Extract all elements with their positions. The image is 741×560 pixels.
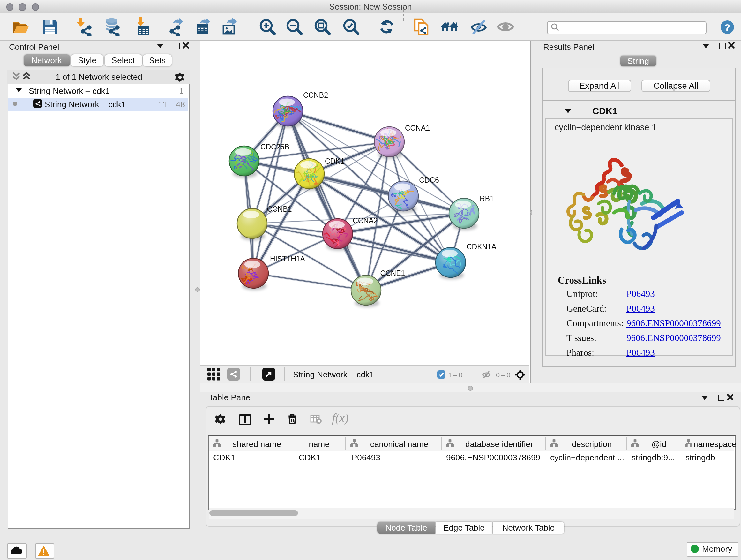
svg-text:CDK1: CDK1: [325, 157, 344, 165]
svg-text:CCNB1: CCNB1: [267, 205, 292, 213]
svg-text:CDC6: CDC6: [419, 176, 439, 184]
svg-text:CCNB2: CCNB2: [303, 91, 328, 99]
svg-text:CCNE1: CCNE1: [380, 269, 405, 277]
svg-text:CCNA1: CCNA1: [405, 124, 430, 132]
svg-text:CDC25B: CDC25B: [260, 143, 289, 151]
svg-text:CDKN1A: CDKN1A: [467, 243, 496, 251]
svg-text:CCNA2: CCNA2: [353, 216, 378, 225]
svg-text:RB1: RB1: [480, 194, 494, 203]
svg-text:HIST1H1A: HIST1H1A: [270, 255, 306, 263]
